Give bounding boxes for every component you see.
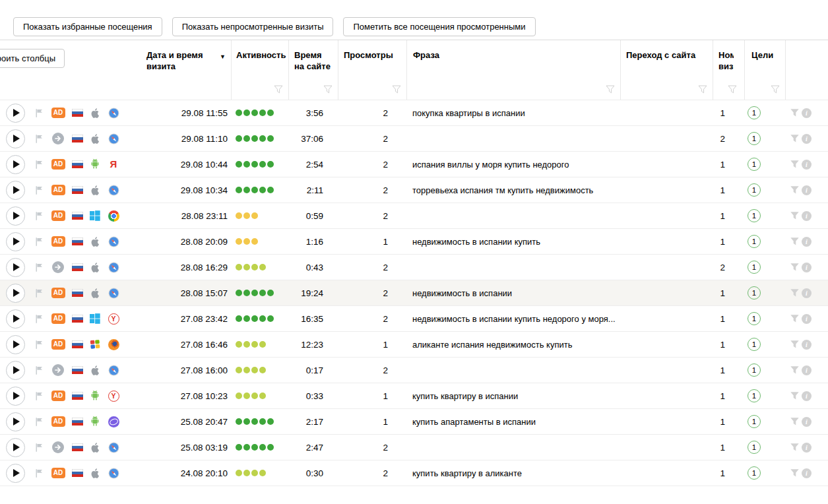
- play-visit-button[interactable]: [6, 361, 25, 380]
- visit-row[interactable]: AD28.08 20:091:161недвижимость в испании…: [0, 229, 828, 255]
- favorite-flag-icon[interactable]: [34, 134, 44, 144]
- favorite-flag-icon[interactable]: [34, 288, 44, 298]
- yandex-browser-y-icon: Y: [108, 313, 119, 325]
- play-visit-button[interactable]: [6, 232, 25, 251]
- row-actions: i: [785, 435, 828, 460]
- visit-row[interactable]: 29.08 11:1037:06221i: [0, 126, 828, 152]
- row-info-icon[interactable]: i: [802, 237, 812, 247]
- visit-row[interactable]: AD29.08 10:342:112торревьеха испания тм …: [0, 177, 828, 203]
- row-info-icon[interactable]: i: [802, 160, 812, 170]
- row-info-icon[interactable]: i: [802, 288, 812, 298]
- filter-icon[interactable]: [392, 85, 401, 94]
- row-info-icon[interactable]: i: [802, 185, 812, 195]
- play-visit-button[interactable]: [6, 309, 25, 329]
- row-filter-icon[interactable]: [790, 263, 799, 271]
- favorite-flag-icon[interactable]: [34, 185, 44, 195]
- favorite-flag-icon[interactable]: [34, 263, 44, 272]
- row-info-icon[interactable]: i: [802, 365, 812, 375]
- favorite-flag-icon[interactable]: [34, 468, 44, 478]
- column-header-activity[interactable]: Активность: [231, 40, 288, 100]
- filter-icon[interactable]: [606, 85, 615, 94]
- play-visit-button[interactable]: [6, 387, 25, 406]
- filter-icon[interactable]: [323, 85, 333, 94]
- row-info-icon[interactable]: i: [802, 108, 812, 118]
- column-header-visit-number[interactable]: Номер визита: [713, 40, 744, 100]
- row-filter-icon[interactable]: [790, 160, 799, 168]
- play-visit-button[interactable]: [6, 438, 25, 457]
- play-visit-button[interactable]: [6, 412, 25, 431]
- favorite-flag-icon[interactable]: [34, 108, 44, 118]
- visit-row[interactable]: 25.08 03:192:47211i: [0, 435, 828, 460]
- visit-row[interactable]: AD24.08 20:100:302купить квартиру в алик…: [0, 460, 828, 486]
- favorite-flag-icon[interactable]: [34, 237, 44, 247]
- row-info-icon[interactable]: i: [802, 468, 812, 478]
- filter-icon[interactable]: [698, 85, 707, 94]
- column-header-referrer[interactable]: Переход с сайта: [620, 40, 713, 100]
- favorite-flag-icon[interactable]: [34, 211, 44, 221]
- filter-icon[interactable]: [728, 85, 737, 94]
- row-filter-icon[interactable]: [790, 237, 799, 245]
- play-visit-button[interactable]: [6, 206, 25, 226]
- column-header-phrase[interactable]: Фраза: [406, 40, 620, 100]
- row-info-icon[interactable]: i: [802, 417, 812, 427]
- visit-row[interactable]: AD27.08 16:4612:231аликанте испания недв…: [0, 332, 828, 358]
- favorite-flag-icon[interactable]: [34, 160, 44, 170]
- play-cell: [0, 306, 30, 331]
- column-header-date[interactable]: Дата и время визита ▼: [123, 40, 231, 100]
- visit-row[interactable]: AD28.08 23:110:59211i: [0, 203, 828, 229]
- visit-row[interactable]: AD25.08 20:472:171купить апартаменты в и…: [0, 409, 828, 435]
- favorite-flag-icon[interactable]: [34, 443, 44, 453]
- visit-row[interactable]: ADY27.08 10:230:331купить квартиру в исп…: [0, 383, 828, 409]
- favorite-flag-icon[interactable]: [34, 417, 44, 427]
- row-filter-icon[interactable]: [790, 443, 799, 451]
- favorite-flag-icon[interactable]: [34, 365, 44, 375]
- show-unviewed-visits-button[interactable]: Показать непросмотренные визиты: [172, 17, 334, 36]
- play-visit-button[interactable]: [6, 335, 25, 354]
- column-header-time-on-site[interactable]: Время на сайте: [288, 40, 338, 100]
- row-filter-icon[interactable]: [790, 212, 799, 220]
- visit-row[interactable]: AD28.08 15:0719:242недвижимость в испани…: [0, 280, 828, 306]
- visit-row[interactable]: 28.08 16:290:43221i: [0, 255, 828, 280]
- row-info-icon[interactable]: i: [802, 340, 812, 350]
- visit-row[interactable]: ADЯ29.08 10:442:542испания виллы у моря …: [0, 152, 828, 177]
- row-info-icon[interactable]: i: [802, 443, 812, 453]
- row-filter-icon[interactable]: [790, 315, 799, 323]
- play-visit-button[interactable]: [6, 104, 25, 123]
- visit-row[interactable]: 27.08 16:000:17211i: [0, 358, 828, 383]
- favorite-flag-icon[interactable]: [34, 340, 44, 350]
- visit-row[interactable]: ADY27.08 23:4216:352недвижимость в испан…: [0, 306, 828, 332]
- show-favorite-visits-button[interactable]: Показать избранные посещения: [13, 17, 162, 36]
- row-info-icon[interactable]: i: [802, 263, 812, 272]
- row-filter-icon[interactable]: [790, 109, 799, 117]
- play-visit-button[interactable]: [6, 129, 25, 148]
- row-filter-icon[interactable]: [790, 340, 799, 348]
- row-info-icon[interactable]: i: [802, 134, 812, 144]
- column-header-views[interactable]: Просмотры: [338, 40, 406, 100]
- visit-row[interactable]: AD29.08 11:553:562покупка квартиры в исп…: [0, 100, 828, 126]
- row-filter-icon[interactable]: [790, 469, 799, 477]
- column-header-goals[interactable]: Цели: [744, 40, 785, 100]
- mark-all-viewed-button[interactable]: Пометить все посещения просмотренными: [343, 17, 535, 36]
- play-visit-button[interactable]: [6, 258, 25, 277]
- row-filter-icon[interactable]: [790, 418, 799, 425]
- row-info-icon[interactable]: i: [802, 391, 812, 401]
- row-filter-icon[interactable]: [790, 135, 799, 142]
- filter-icon[interactable]: [274, 85, 283, 94]
- row-filter-icon[interactable]: [790, 289, 799, 297]
- play-visit-button[interactable]: [6, 181, 25, 200]
- favorite-flag-icon[interactable]: [34, 314, 44, 324]
- play-visit-button[interactable]: [6, 155, 25, 174]
- play-visit-button[interactable]: [6, 464, 25, 483]
- filter-icon[interactable]: [771, 85, 780, 94]
- visit-datetime: 29.08 10:34: [123, 177, 231, 203]
- favorite-flag-icon[interactable]: [34, 391, 44, 401]
- row-info-icon[interactable]: i: [802, 314, 812, 324]
- row-filter-icon[interactable]: [790, 392, 799, 400]
- configure-columns-button[interactable]: роить столбцы: [0, 49, 65, 68]
- row-filter-icon[interactable]: [790, 366, 799, 374]
- apple-icon: [90, 365, 100, 376]
- row-info-icon[interactable]: i: [802, 211, 812, 221]
- sort-desc-icon[interactable]: ▼: [220, 51, 226, 63]
- row-filter-icon[interactable]: [790, 186, 799, 194]
- play-visit-button[interactable]: [6, 284, 25, 303]
